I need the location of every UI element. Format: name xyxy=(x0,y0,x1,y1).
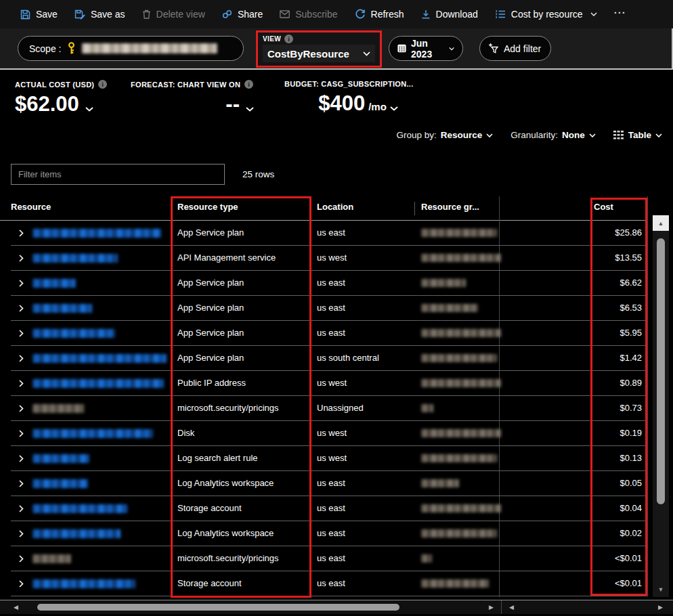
forecast-value-row[interactable]: -- xyxy=(131,92,254,116)
share-button[interactable]: Share xyxy=(222,9,263,20)
redacted-resource-name[interactable] xyxy=(32,504,127,513)
scrollbar-divider xyxy=(501,600,502,614)
col-header-resource-type[interactable]: Resource type xyxy=(177,202,238,212)
redacted-resource-group xyxy=(421,379,501,387)
cost-cell: $0.13 xyxy=(499,453,642,463)
chart-type-dropdown[interactable]: Table xyxy=(613,130,662,140)
refresh-button[interactable]: Refresh xyxy=(355,9,404,20)
mail-icon xyxy=(280,10,290,18)
row-expand-chevron-icon[interactable] xyxy=(19,229,24,237)
header-column-divider xyxy=(414,202,415,215)
forecast-label-row: FORECAST: CHART VIEW ON i xyxy=(131,80,254,89)
group-by-dropdown[interactable]: Group by: Resource xyxy=(396,130,493,140)
row-expand-chevron-icon[interactable] xyxy=(19,380,24,387)
row-expand-chevron-icon[interactable] xyxy=(19,455,24,462)
horizontal-scrollbar-thumb[interactable] xyxy=(37,604,399,611)
location-cell: us east xyxy=(317,553,345,563)
budget-value-row[interactable]: $400 /mo xyxy=(284,91,432,116)
view-dropdown[interactable]: CostByResource xyxy=(263,45,375,62)
redacted-resource-name[interactable] xyxy=(32,479,88,488)
redacted-resource-name[interactable] xyxy=(32,379,164,388)
redacted-resource-name[interactable] xyxy=(32,254,118,263)
actual-cost-value-row[interactable]: $62.00 xyxy=(15,92,107,116)
redacted-resource-name[interactable] xyxy=(32,404,84,413)
row-expand-chevron-icon[interactable] xyxy=(19,505,24,512)
granularity-dropdown[interactable]: Granularity: None xyxy=(511,130,596,140)
redacted-resource-name[interactable] xyxy=(32,579,135,588)
redacted-resource-name[interactable] xyxy=(32,554,71,563)
more-options-button[interactable]: ··· xyxy=(614,7,626,22)
table-row: Log Analytics workspaceus east$0.05 xyxy=(0,471,647,496)
cost-pane-scroll-right-button[interactable]: ▶ xyxy=(658,604,663,611)
save-as-button[interactable]: Save as xyxy=(74,9,125,20)
chevron-down-icon xyxy=(449,47,454,51)
row-expand-chevron-icon[interactable] xyxy=(19,555,24,563)
save-label: Save xyxy=(36,9,58,20)
table-right-edge xyxy=(647,196,648,597)
scrollbar-up-button[interactable]: ▲ xyxy=(653,215,669,231)
redacted-resource-name[interactable] xyxy=(32,229,161,238)
col-header-cost[interactable]: Cost xyxy=(594,202,613,212)
location-cell: us east xyxy=(317,503,345,513)
redacted-resource-name[interactable] xyxy=(32,429,153,438)
table-row: App Service planus east$25.86 xyxy=(0,221,647,246)
chevron-down-icon xyxy=(363,51,370,56)
scroll-left-button[interactable]: ◀ xyxy=(14,604,18,611)
table-grid-icon xyxy=(613,131,624,139)
date-range-value: Jun 2023 xyxy=(411,38,444,60)
row-expand-chevron-icon[interactable] xyxy=(19,255,24,262)
col-header-resource-group[interactable]: Resource gr... xyxy=(421,202,479,212)
redacted-resource-name[interactable] xyxy=(32,304,92,313)
location-cell: us east xyxy=(317,328,345,338)
row-expand-chevron-icon[interactable] xyxy=(19,355,24,362)
row-expand-chevron-icon[interactable] xyxy=(19,530,24,537)
group-by-label: Group by: xyxy=(396,130,436,140)
redacted-resource-group xyxy=(421,229,497,237)
subscribe-label: Subscribe xyxy=(295,9,337,20)
subscribe-button[interactable]: Subscribe xyxy=(280,9,337,20)
location-cell: us east xyxy=(317,528,345,538)
row-expand-chevron-icon[interactable] xyxy=(19,280,24,287)
redacted-resource-name[interactable] xyxy=(32,279,76,288)
redacted-resource-name[interactable] xyxy=(32,354,167,363)
cost-cell: $6.62 xyxy=(499,278,642,288)
row-expand-chevron-icon[interactable] xyxy=(19,305,24,312)
row-expand-chevron-icon[interactable] xyxy=(19,405,24,412)
filter-add-icon xyxy=(488,43,499,54)
view-controls: Group by: Resource Granularity: None Tab… xyxy=(396,130,662,140)
cost-cell: $6.53 xyxy=(499,303,642,313)
save-button[interactable]: Save xyxy=(20,9,58,20)
row-expand-chevron-icon[interactable] xyxy=(19,330,24,337)
col-header-resource[interactable]: Resource xyxy=(11,202,51,212)
cost-table: Resource Resource type Location Resource… xyxy=(0,196,673,600)
resource-type-cell: Log search alert rule xyxy=(177,453,258,463)
scroll-right-button[interactable]: ▶ xyxy=(489,604,494,611)
redacted-resource-name[interactable] xyxy=(32,454,89,463)
row-expand-chevron-icon[interactable] xyxy=(19,430,24,437)
redacted-resource-name[interactable] xyxy=(32,529,121,538)
date-range-pill[interactable]: Jun 2023 xyxy=(389,36,463,61)
scrollbar-down-button[interactable]: ▼ xyxy=(653,582,669,597)
table-row: App Service planus south central$1.42 xyxy=(0,346,647,371)
calendar-icon xyxy=(397,43,406,53)
redacted-resource-group xyxy=(421,329,501,337)
cost-by-resource-menu[interactable]: Cost by resource xyxy=(495,9,597,20)
add-filter-button[interactable]: Add filter xyxy=(479,36,551,61)
download-button[interactable]: Download xyxy=(421,9,478,20)
redacted-resource-name[interactable] xyxy=(32,329,115,338)
filter-items-input[interactable] xyxy=(11,164,225,185)
col-header-location[interactable]: Location xyxy=(317,202,353,212)
view-value: CostByResource xyxy=(267,48,349,60)
cost-cell: $0.73 xyxy=(499,403,642,413)
row-expand-chevron-icon[interactable] xyxy=(19,480,24,487)
cost-cell: $0.05 xyxy=(499,478,642,488)
scope-label: Scope : xyxy=(29,43,61,54)
vertical-scrollbar-thumb[interactable] xyxy=(657,238,665,504)
cost-pane-scroll-left-button[interactable]: ◀ xyxy=(509,604,514,611)
row-expand-chevron-icon[interactable] xyxy=(19,580,24,588)
scope-pill[interactable]: Scope : xyxy=(18,36,244,61)
table-row: Storage accountus east$0.04 xyxy=(0,496,647,521)
location-cell: us west xyxy=(317,453,347,463)
cost-cell: <$0.01 xyxy=(499,578,642,588)
delete-view-button[interactable]: Delete view xyxy=(142,9,205,20)
